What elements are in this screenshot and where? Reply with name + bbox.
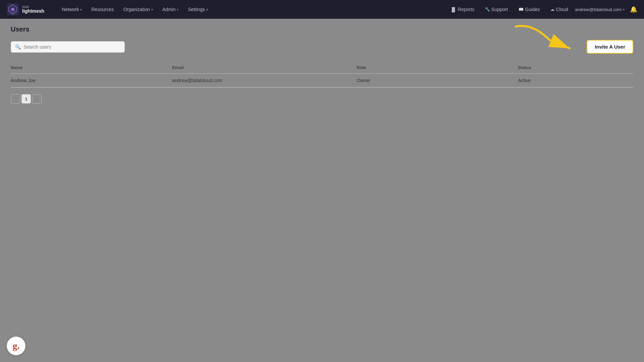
sort-icon: ⇅ xyxy=(24,66,26,69)
chevron-down-icon: ▾ xyxy=(623,8,625,11)
grammarly-badge[interactable]: g. xyxy=(7,337,25,355)
column-header-role: Role xyxy=(357,62,518,74)
column-header-name[interactable]: Name ⇅ xyxy=(11,62,172,74)
search-icon: 🔍 xyxy=(15,44,21,50)
svg-point-3 xyxy=(11,8,14,11)
table-body: Andrew Joe andrew@tidalcloud.com Owner A… xyxy=(11,74,633,87)
top-navigation: tidal lightmesh Network ▾ Resources Orga… xyxy=(0,0,644,19)
nav-reports[interactable]: ▐▌ Reports xyxy=(446,5,478,14)
toolbar: 🔍 Invite A User xyxy=(11,40,633,54)
table-header: Name ⇅ Email Role Status xyxy=(11,62,633,74)
users-table: Name ⇅ Email Role Status Andrew Joe andr… xyxy=(11,62,633,87)
nav-resources[interactable]: Resources xyxy=(87,5,118,14)
book-icon: 📖 xyxy=(519,7,524,12)
wrench-icon: 🔧 xyxy=(485,7,490,12)
user-menu[interactable]: andrew@tidalcloud.com ▾ xyxy=(575,7,625,12)
search-input[interactable] xyxy=(23,44,120,50)
page-content: Users 🔍 Invite A User Name ⇅ xyxy=(0,19,644,110)
search-box[interactable]: 🔍 xyxy=(11,41,125,53)
page-title: Users xyxy=(11,25,633,33)
table-row[interactable]: Andrew Joe andrew@tidalcloud.com Owner A… xyxy=(11,74,633,87)
notifications-bell-icon[interactable]: 🔔 xyxy=(630,6,637,13)
nav-network[interactable]: Network ▾ xyxy=(58,5,86,14)
logo-icon xyxy=(7,3,19,15)
pagination: ‹ 1 › xyxy=(11,94,633,104)
pagination-next-button[interactable]: › xyxy=(32,94,42,104)
nav-organization[interactable]: Organization ▾ xyxy=(119,5,157,14)
nav-cloud[interactable]: ☁ Cloud xyxy=(546,5,572,14)
pagination-prev-button[interactable]: ‹ xyxy=(11,94,20,104)
chevron-down-icon: ▾ xyxy=(206,8,208,11)
chevron-down-icon: ▾ xyxy=(80,8,82,11)
logo[interactable]: tidal lightmesh xyxy=(7,3,44,15)
nav-right: ▐▌ Reports 🔧 Support 📖 Guides ☁ Cloud an… xyxy=(446,5,637,14)
chevron-down-icon: ▾ xyxy=(177,8,178,11)
nav-support[interactable]: 🔧 Support xyxy=(481,5,512,14)
invite-user-button[interactable]: Invite A User xyxy=(587,40,633,54)
pagination-page-1-button[interactable]: 1 xyxy=(21,94,31,104)
nav-settings[interactable]: Settings ▾ xyxy=(184,5,212,14)
bar-chart-icon: ▐▌ xyxy=(450,7,457,12)
cloud-icon: ☁ xyxy=(550,7,554,12)
nav-items: Network ▾ Resources Organization ▾ Admin… xyxy=(58,5,637,14)
logo-text: tidal lightmesh xyxy=(22,5,44,14)
cell-name: Andrew Joe xyxy=(11,74,172,87)
nav-admin[interactable]: Admin ▾ xyxy=(158,5,183,14)
nav-guides[interactable]: 📖 Guides xyxy=(515,5,544,14)
column-header-status: Status xyxy=(518,62,633,74)
chevron-down-icon: ▾ xyxy=(151,8,153,11)
column-header-email: Email xyxy=(172,62,357,74)
logo-lightmesh: lightmesh xyxy=(22,9,44,14)
cell-role: Owner xyxy=(357,74,518,87)
cell-status: Active xyxy=(518,74,633,87)
cell-email: andrew@tidalcloud.com xyxy=(172,74,357,87)
